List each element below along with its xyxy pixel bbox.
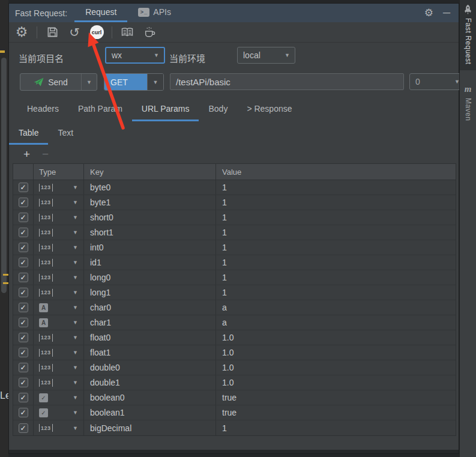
row-enabled-checkbox[interactable]: ✓ <box>19 378 28 387</box>
stripe-button-fast-request[interactable]: Fast Request <box>460 0 476 70</box>
key-cell[interactable]: float1 <box>84 345 216 360</box>
tab-request[interactable]: Request <box>74 4 127 22</box>
tool-window-settings-gear-icon[interactable]: ⚙ <box>424 8 433 18</box>
value-cell[interactable]: 1 <box>216 180 456 195</box>
row-enabled-checkbox[interactable]: ✓ <box>19 228 28 237</box>
type-number-icon: 123 <box>39 424 53 432</box>
type-cell[interactable]: 123▼ <box>34 375 84 390</box>
undo-icon[interactable]: ↺ <box>67 25 82 40</box>
value-cell[interactable]: 1 <box>216 255 456 270</box>
value-cell[interactable]: 1.0 <box>216 330 456 345</box>
value-cell[interactable]: 1.0 <box>216 345 456 360</box>
row-enabled-checkbox[interactable]: ✓ <box>19 333 28 342</box>
header-value-column: Value <box>216 164 456 180</box>
type-cell[interactable]: 123▼ <box>34 240 84 255</box>
key-cell[interactable]: float0 <box>84 330 216 345</box>
value-cell[interactable]: 1.0 <box>216 360 456 375</box>
key-cell[interactable]: byte0 <box>84 180 216 195</box>
value-cell[interactable]: 1 <box>216 240 456 255</box>
key-cell[interactable]: boolean0 <box>84 390 216 405</box>
row-enabled-checkbox[interactable]: ✓ <box>19 318 28 327</box>
attempts-select[interactable]: 0 ▼ <box>409 73 465 90</box>
editor-scrollbar[interactable] <box>1 58 7 293</box>
tab-headers[interactable]: Headers <box>17 97 68 121</box>
row-enabled-checkbox[interactable]: ✓ <box>19 183 28 192</box>
row-enabled-checkbox[interactable]: ✓ <box>19 393 28 402</box>
settings-gear-icon[interactable]: ⚙ <box>14 25 29 40</box>
row-enabled-checkbox[interactable]: ✓ <box>19 303 28 312</box>
value-cell[interactable]: a <box>216 315 456 330</box>
curl-export-icon[interactable]: curl <box>89 25 104 40</box>
row-enabled-checkbox[interactable]: ✓ <box>19 288 28 297</box>
type-cell[interactable]: 123▼ <box>34 255 84 270</box>
tab-text[interactable]: Text <box>48 123 83 145</box>
row-enabled-checkbox[interactable]: ✓ <box>19 273 28 282</box>
key-cell[interactable]: id1 <box>84 255 216 270</box>
send-options-chevron-icon[interactable]: ▼ <box>82 74 97 90</box>
check-icon: ✓ <box>20 259 26 266</box>
key-cell[interactable]: double0 <box>84 360 216 375</box>
value-cell[interactable]: 1 <box>216 195 456 210</box>
gutter-mark <box>0 50 5 53</box>
stripe-button-maven[interactable]: m Maven <box>460 80 476 127</box>
key-cell[interactable]: long1 <box>84 285 216 300</box>
value-cell[interactable]: true <box>216 405 456 420</box>
type-cell[interactable]: 123▼ <box>34 270 84 285</box>
type-cell[interactable]: A▼ <box>34 300 84 315</box>
row-enabled-checkbox[interactable]: ✓ <box>19 198 28 207</box>
value-cell[interactable]: 1 <box>216 225 456 240</box>
hide-tool-window-icon[interactable]: ─ <box>443 8 450 18</box>
add-row-icon[interactable]: + <box>23 148 30 161</box>
key-cell[interactable]: boolean1 <box>84 405 216 420</box>
tab-path-param[interactable]: Path Param <box>68 97 132 121</box>
remove-row-icon[interactable]: − <box>42 148 49 161</box>
row-enabled-checkbox[interactable]: ✓ <box>19 213 28 222</box>
value-cell[interactable]: 1 <box>216 285 456 300</box>
type-cell[interactable]: ✓▼ <box>34 405 84 420</box>
type-cell[interactable]: 123▼ <box>34 210 84 225</box>
type-cell[interactable]: 123▼ <box>34 180 84 195</box>
row-enabled-checkbox[interactable]: ✓ <box>19 348 28 357</box>
request-url-input[interactable]: /testAPi/basic <box>170 73 404 90</box>
value-cell[interactable]: 1 <box>216 270 456 285</box>
key-cell[interactable]: long0 <box>84 270 216 285</box>
tab-body[interactable]: Body <box>199 97 237 121</box>
http-method-select[interactable]: GET ▼ <box>104 73 164 91</box>
type-cell[interactable]: 123▼ <box>34 360 84 375</box>
tab-table[interactable]: Table <box>9 123 48 145</box>
tab-url-params[interactable]: URL Params <box>132 97 199 121</box>
type-cell[interactable]: 123▼ <box>34 285 84 300</box>
documentation-book-icon[interactable] <box>120 25 134 40</box>
row-enabled-checkbox[interactable]: ✓ <box>19 423 28 433</box>
key-cell[interactable]: int0 <box>84 240 216 255</box>
type-cell[interactable]: 123▼ <box>34 345 84 360</box>
key-cell[interactable]: char0 <box>84 300 216 315</box>
send-button[interactable]: Send ▼ <box>20 73 97 91</box>
value-cell[interactable]: true <box>216 390 456 405</box>
type-cell[interactable]: 123▼ <box>34 225 84 240</box>
environment-select[interactable]: local ▼ <box>237 47 295 64</box>
tool-window-title: Fast Request: <box>9 8 67 18</box>
save-icon[interactable] <box>45 25 59 40</box>
value-cell[interactable]: a <box>216 300 456 315</box>
value-cell[interactable]: 1 <box>216 210 456 225</box>
tab-apis[interactable]: >_ APIs <box>127 4 182 22</box>
type-cell[interactable]: 123▼ <box>34 195 84 210</box>
row-enabled-checkbox[interactable]: ✓ <box>19 243 28 252</box>
type-cell[interactable]: A▼ <box>34 315 84 330</box>
key-cell[interactable]: short0 <box>84 210 216 225</box>
type-cell[interactable]: 123▼ <box>34 330 84 345</box>
send-button-main[interactable]: Send <box>20 74 82 90</box>
row-enabled-checkbox[interactable]: ✓ <box>19 408 28 417</box>
type-cell[interactable]: ✓▼ <box>34 390 84 405</box>
row-enabled-checkbox[interactable]: ✓ <box>19 363 28 372</box>
coffee-donate-icon[interactable] <box>142 25 157 40</box>
row-enabled-checkbox[interactable]: ✓ <box>19 258 28 267</box>
key-cell[interactable]: char1 <box>84 315 216 330</box>
key-cell[interactable]: double1 <box>84 375 216 390</box>
project-select[interactable]: wx ▼ <box>105 47 165 64</box>
key-cell[interactable]: short1 <box>84 225 216 240</box>
key-cell[interactable]: byte1 <box>84 195 216 210</box>
tab-response[interactable]: > Response <box>237 97 301 121</box>
value-cell[interactable]: 1.0 <box>216 375 456 390</box>
